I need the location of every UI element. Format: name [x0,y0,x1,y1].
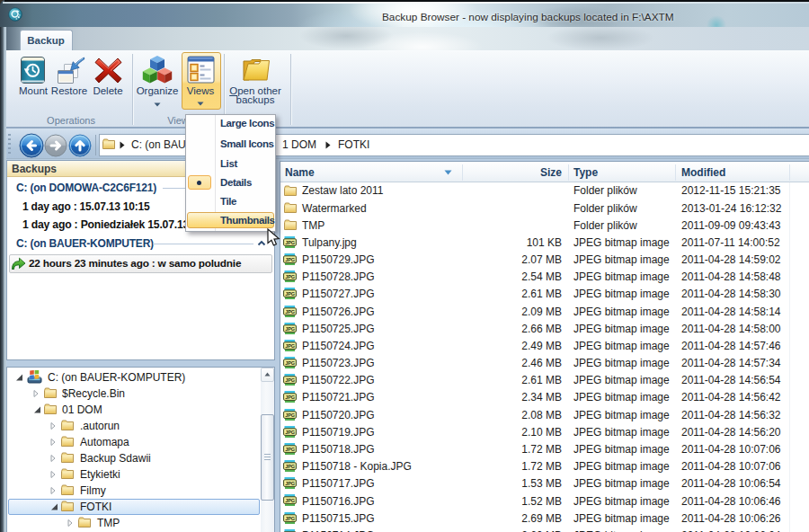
svg-text:JPG: JPG [285,326,295,332]
svg-text:JPG: JPG [285,447,295,452]
svg-text:JPG: JPG [285,360,295,366]
svg-text:JPG: JPG [285,430,295,435]
svg-text:JPG: JPG [285,412,295,417]
svg-text:JPG: JPG [285,481,295,486]
svg-text:JPG: JPG [285,395,295,400]
svg-text:JPG: JPG [285,308,295,314]
svg-text:JPG: JPG [285,240,295,245]
svg-text:JPG: JPG [285,515,295,520]
svg-text:JPG: JPG [285,291,295,297]
svg-text:JPG: JPG [285,274,295,279]
svg-text:JPG: JPG [285,498,295,503]
svg-text:JPG: JPG [285,343,295,349]
svg-text:JPG: JPG [285,464,295,469]
svg-text:JPG: JPG [285,257,295,262]
svg-text:JPG: JPG [285,377,295,383]
